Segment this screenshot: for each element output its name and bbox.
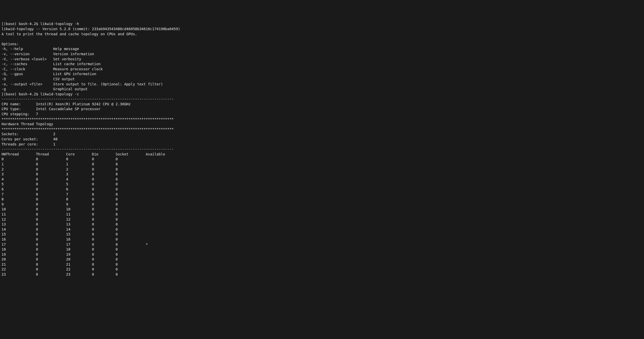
prompt-line-1: [(base) bash-4.2$ likwid-topology -h (2, 22, 79, 26)
option-line: -O CSV output (2, 77, 75, 81)
terminal-output[interactable]: [(base) bash-4.2$ likwid-topology -h lik… (2, 21, 642, 277)
option-line: -V, --verbose <level> Set verbosity (2, 57, 81, 61)
version-line: likwid-topology -- Version 5.2.0 (commit… (2, 27, 180, 31)
option-line: -v, --version Version information (2, 52, 94, 56)
prompt-line-2: [(base) bash-4.2$ likwid-topology -c (2, 92, 79, 96)
socket-info-line: Cores per socket: 48 (2, 137, 57, 141)
option-line: -g Graphical output (2, 87, 88, 91)
option-line: -c, --caches List cache information (2, 62, 101, 66)
options-header: Options: (2, 42, 19, 46)
option-line: -C, --clock Measure processor clock (2, 67, 103, 71)
option-line: -G, --gpus List GPU information (2, 72, 96, 76)
divider-line: ----------------------------------------… (2, 97, 174, 101)
stars-line: ****************************************… (2, 117, 174, 121)
socket-info-line: Sockets: 2 (2, 132, 55, 136)
table-header-row: HWThread Thread Core Die Socket Availabl… (2, 152, 167, 156)
option-line: -h, --help Help message (2, 47, 79, 51)
option-line: -o, --output <file> Store output to file… (2, 82, 163, 86)
divider-line: ----------------------------------------… (2, 147, 174, 151)
stars-line: ****************************************… (2, 127, 174, 131)
cpu-info-line: CPU name: Intel(R) Xeon(R) Platinum 9242… (2, 102, 131, 106)
section-header: Hardware Thread Topology (2, 122, 53, 126)
socket-info-line: Threads per core: 1 (2, 142, 55, 146)
cpu-info-line: CPU type: Intel Cascadelake SP processor (2, 107, 101, 111)
description-line: A tool to print the thread and cache top… (2, 32, 137, 36)
cpu-info-line: CPU stepping: 7 (2, 112, 38, 116)
